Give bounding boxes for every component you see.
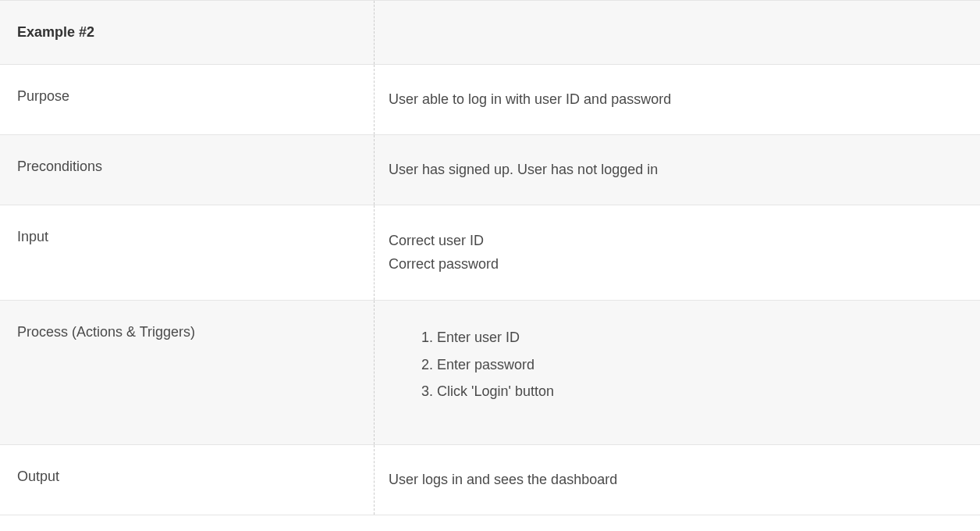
process-row: Process (Actions & Triggers) Enter user … xyxy=(0,300,980,444)
preconditions-value-cell: User has signed up. User has not logged … xyxy=(375,135,980,205)
header-cell-right xyxy=(375,1,980,64)
input-value-cell: Correct user ID Correct password xyxy=(375,205,980,300)
table-title: Example #2 xyxy=(17,24,94,40)
preconditions-label: Preconditions xyxy=(17,159,102,174)
output-value-cell: User logs in and sees the dashboard xyxy=(375,445,980,515)
input-line-1: Correct user ID xyxy=(389,229,963,253)
process-step-2: Enter password xyxy=(437,351,963,379)
process-step-3: Click 'Login' button xyxy=(437,378,963,405)
input-row: Input Correct user ID Correct password xyxy=(0,205,980,300)
output-row: Output User logs in and sees the dashboa… xyxy=(0,444,980,515)
test-case-table: Example #2 Purpose User able to log in w… xyxy=(0,0,980,515)
output-label: Output xyxy=(17,469,59,484)
purpose-label-cell: Purpose xyxy=(0,65,375,134)
input-label-cell: Input xyxy=(0,205,375,300)
process-value-cell: Enter user ID Enter password Click 'Logi… xyxy=(375,301,980,444)
preconditions-value: User has signed up. User has not logged … xyxy=(389,162,658,177)
input-line-2: Correct password xyxy=(389,252,963,276)
purpose-value: User able to log in with user ID and pas… xyxy=(389,91,671,107)
output-label-cell: Output xyxy=(0,445,375,515)
output-value: User logs in and sees the dashboard xyxy=(389,472,617,487)
process-label: Process (Actions & Triggers) xyxy=(17,324,195,340)
process-label-cell: Process (Actions & Triggers) xyxy=(0,301,375,444)
header-cell-left: Example #2 xyxy=(0,1,375,64)
input-label: Input xyxy=(17,229,48,244)
process-steps-list: Enter user ID Enter password Click 'Logi… xyxy=(389,324,963,405)
purpose-label: Purpose xyxy=(17,88,69,104)
preconditions-row: Preconditions User has signed up. User h… xyxy=(0,134,980,205)
purpose-row: Purpose User able to log in with user ID… xyxy=(0,64,980,134)
header-row: Example #2 xyxy=(0,0,980,64)
preconditions-label-cell: Preconditions xyxy=(0,135,375,205)
process-step-1: Enter user ID xyxy=(437,324,963,351)
purpose-value-cell: User able to log in with user ID and pas… xyxy=(375,65,980,134)
